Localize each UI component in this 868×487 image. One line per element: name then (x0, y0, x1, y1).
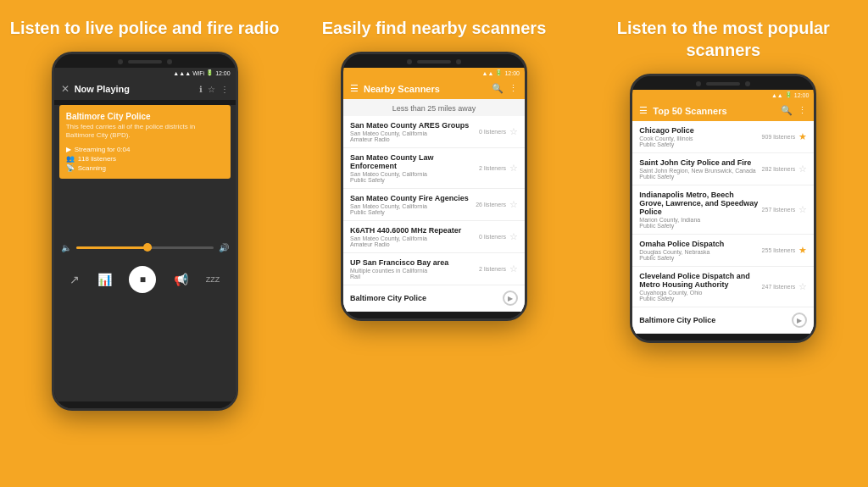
status-icons-2: ▲▲ 🔋 12:00 (482, 69, 520, 76)
panel-2-title: Easily find nearby scanners (322, 17, 547, 39)
stats-button[interactable]: 📊 (97, 273, 112, 286)
scanner-card-desc: This feed carries all of the police dist… (66, 123, 224, 141)
listeners-row: 👥 118 listeners (66, 155, 224, 163)
panel-3: Listen to the most popular scanners ▲▲ 🔋… (579, 0, 868, 487)
more-icon-3[interactable]: ⋮ (798, 105, 807, 116)
more-icon[interactable]: ⋮ (220, 85, 229, 94)
now-playing-bar: ✕ Now Playing ℹ ☆ ⋮ (54, 78, 236, 100)
wifi-icon: WiFi (192, 70, 204, 76)
phone-3-screen: Chicago Police Cook County, Illinois Pub… (632, 121, 814, 334)
list-item-3[interactable]: San Mateo County Fire Agencies San Mateo… (343, 189, 525, 221)
top-item-6[interactable]: Baltimore City Police ▶ (632, 307, 814, 334)
top-item-3-content: Indianapolis Metro, Beech Grove, Lawrenc… (639, 191, 758, 229)
panel-1: Listen to live police and fire radio ▲▲▲… (0, 0, 289, 487)
phone-1: ▲▲▲ WiFi 🔋 12:00 ✕ Now Playing ℹ ☆ ⋮ Bal… (52, 52, 238, 411)
share-button[interactable]: ↗ (70, 273, 80, 286)
star-5[interactable]: ☆ (509, 263, 518, 274)
time-display-2: 12:00 (504, 70, 520, 76)
list-item-4-content: K6ATH 440.6000 MHz Repeater San Mateo Co… (350, 226, 476, 247)
star-top-3[interactable]: ☆ (798, 204, 807, 215)
play-circle-3[interactable]: ▶ (792, 313, 807, 328)
list-item-6[interactable]: Baltimore City Police ▶ (343, 285, 525, 312)
more-icon-2[interactable]: ⋮ (509, 83, 518, 94)
star-icon[interactable]: ☆ (208, 85, 215, 94)
list-item-3-content: San Mateo County Fire Agencies San Mateo… (350, 194, 472, 215)
status-bar-3: ▲▲ 🔋 12:00 (632, 90, 814, 100)
volume-track[interactable] (76, 246, 214, 249)
top-item-1[interactable]: Chicago Police Cook County, Illinois Pub… (632, 121, 814, 153)
signal-icon: ▲▲▲ (173, 70, 191, 76)
search-icon-3[interactable]: 🔍 (781, 105, 793, 116)
search-icon-2[interactable]: 🔍 (492, 83, 504, 94)
app-bar-icons-2: 🔍 ⋮ (492, 83, 518, 94)
app-bar-icons-3: 🔍 ⋮ (781, 105, 807, 116)
battery-icon-3: 🔋 (785, 91, 793, 98)
star-1[interactable]: ☆ (509, 126, 518, 137)
star-2[interactable]: ☆ (509, 163, 518, 174)
list-item-5-content: UP San Francisco Bay area Multiple count… (350, 258, 476, 279)
star-top-2[interactable]: ☆ (798, 163, 807, 174)
star-top-5[interactable]: ☆ (798, 281, 807, 292)
phone-2-bottom (343, 312, 525, 318)
list-item-6-content: Baltimore City Police (350, 294, 499, 303)
top-item-4[interactable]: Omaha Police Dispatch Douglas County, Ne… (632, 235, 814, 267)
phone-2-screen: Less than 25 miles away San Mateo County… (343, 99, 525, 312)
menu-icon-3[interactable]: ☰ (639, 105, 648, 116)
phone-3-top (632, 76, 814, 90)
panel-2: Easily find nearby scanners ▲▲ 🔋 12:00 ☰… (289, 0, 578, 487)
player-controls: ↗ 📊 ■ 📢 ZZZ (54, 261, 236, 302)
list-item-5[interactable]: UP San Francisco Bay area Multiple count… (343, 253, 525, 285)
info-icon[interactable]: ℹ (199, 85, 203, 94)
megaphone-button[interactable]: 📢 (174, 273, 188, 286)
menu-icon-2[interactable]: ☰ (350, 83, 359, 94)
panel-1-title: Listen to live police and fire radio (10, 17, 280, 39)
list-item-1[interactable]: San Mateo County ARES Groups San Mateo C… (343, 116, 525, 148)
nearby-subtitle: Less than 25 miles away (343, 99, 525, 116)
camera-dot (118, 59, 123, 64)
phone-1-screen: Baltimore City Police This feed carries … (54, 105, 236, 401)
star-top-4[interactable]: ★ (798, 245, 807, 256)
phone-3-bottom (632, 334, 814, 340)
star-4[interactable]: ☆ (509, 231, 518, 242)
scanner-card-title: Baltimore City Police (66, 112, 224, 121)
camera-dot-4 (456, 59, 461, 64)
sleep-button[interactable]: ZZZ (206, 275, 220, 284)
list-item-4[interactable]: K6ATH 440.6000 MHz Repeater San Mateo Co… (343, 221, 525, 253)
phone-1-top (54, 54, 236, 68)
play-circle-2[interactable]: ▶ (503, 291, 518, 306)
scanner-card: Baltimore City Police This feed carries … (59, 105, 231, 179)
streaming-row: ▶ Streaming for 0:04 (66, 146, 224, 153)
list-item-1-content: San Mateo County ARES Groups San Mateo C… (350, 121, 476, 142)
stop-button[interactable]: ■ (129, 266, 156, 293)
status-bar-2: ▲▲ 🔋 12:00 (343, 68, 525, 78)
scanning-row: 📡 Scanning (66, 164, 224, 172)
panel-3-title: Listen to the most popular scanners (587, 17, 860, 61)
top-item-2[interactable]: Saint John City Police and Fire Saint Jo… (632, 153, 814, 185)
speaker-bar (128, 60, 162, 64)
volume-high-icon: 🔊 (219, 243, 229, 252)
volume-row: 🔈 🔊 (54, 235, 236, 261)
close-icon[interactable]: ✕ (61, 83, 70, 95)
volume-fill (76, 246, 152, 249)
camera-dot-5 (696, 81, 701, 86)
scan-icon: 📡 (66, 164, 75, 172)
signal-icon-2: ▲▲ (482, 70, 494, 76)
top-item-6-content: Baltimore City Police (639, 316, 788, 325)
status-icons-1: ▲▲▲ WiFi 🔋 12:00 (173, 69, 230, 76)
camera-dot-2 (167, 59, 172, 64)
scanner-card-info: ▶ Streaming for 0:04 👥 118 listeners 📡 S… (66, 146, 224, 172)
star-3[interactable]: ☆ (509, 199, 518, 210)
top-item-5[interactable]: Cleveland Police Dispatch and Metro Hous… (632, 267, 814, 307)
top-item-3[interactable]: Indianapolis Metro, Beech Grove, Lawrenc… (632, 185, 814, 235)
play-icon: ▶ (66, 146, 71, 153)
now-playing-label: Now Playing (75, 84, 194, 94)
list-item-2[interactable]: San Mateo County Law Enforcement San Mat… (343, 148, 525, 189)
speaker-bar-2 (417, 60, 451, 64)
star-top-1[interactable]: ★ (798, 131, 807, 142)
status-icons-3: ▲▲ 🔋 12:00 (771, 91, 809, 98)
now-playing-icons: ℹ ☆ ⋮ (199, 85, 229, 94)
top-item-2-content: Saint John City Police and Fire Saint Jo… (639, 158, 758, 180)
app-title-3: Top 50 Scanners (653, 106, 781, 116)
listeners-icon: 👥 (66, 155, 75, 163)
app-bar-2: ☰ Nearby Scanners 🔍 ⋮ (343, 78, 525, 99)
